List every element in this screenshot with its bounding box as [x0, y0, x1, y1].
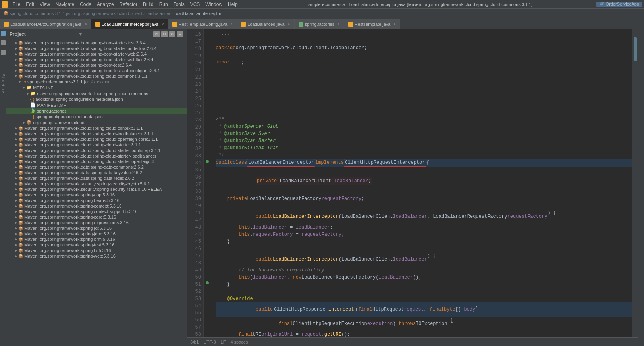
tab-close-auto-config[interactable]: × — [85, 22, 87, 26]
structure-sidebar-icon[interactable] — [1, 50, 6, 55]
breadcrumb-item-client[interactable]: client — [132, 11, 143, 16]
tree-item[interactable]: ▶ 📦 Maven: org.springframework:spring-co… — [6, 214, 187, 220]
tree-item-additional-config[interactable]: { } additional-spring-configuration-meta… — [6, 96, 187, 102]
tree-item[interactable]: ▶ 📦 Maven: org.springframework.boot:spri… — [6, 40, 187, 46]
tree-item[interactable]: ▶ 📦 Maven: org.springframework:spring-ao… — [6, 192, 187, 198]
tree-label: Maven: org.springframework.cloud:spring-… — [24, 148, 161, 153]
tree-label: Maven: org.springframework.boot:spring-b… — [24, 68, 160, 73]
tab-close-interceptor[interactable]: × — [162, 22, 164, 27]
jar-icon: 📦 — [18, 52, 23, 56]
breadcrumb-item-class[interactable]: LoadBalancerInterceptor — [174, 11, 221, 16]
menu-window[interactable]: Window — [203, 1, 225, 8]
tab-interceptor[interactable]: LoadBalancerInterceptor.java × — [91, 19, 168, 29]
tree-item[interactable]: ▶ 📦 Maven: org.springframework.cloud:spr… — [6, 136, 187, 142]
tree-item[interactable]: ▶ 📦 Maven: org.springframework:spring-be… — [6, 198, 187, 203]
menu-build[interactable]: Build — [141, 1, 156, 8]
tree-label: Maven: org.springframework:spring-contex… — [24, 204, 121, 208]
code-line-49 — [216, 288, 632, 295]
menu-navigate[interactable]: Navigate — [53, 1, 77, 8]
menu-help[interactable]: Help — [226, 1, 240, 8]
tree-item[interactable]: ▶ 📦 Maven: org.springframework:spring-tx… — [6, 248, 187, 253]
tab-rest-template[interactable]: RestTemplate.java × — [344, 19, 400, 29]
breadcrumb-item-springframework[interactable]: springframework — [83, 11, 116, 16]
menu-view[interactable]: View — [37, 1, 52, 8]
tree-item[interactable]: ▶ 📦 Maven: org.springframework.data:spri… — [6, 164, 187, 170]
tree-item-jar-root[interactable]: ▼ 🗂 spring-cloud-commons-3.1.1.jar libra… — [6, 79, 187, 85]
code-line-31: * @author Ryan Baxter — [216, 137, 632, 144]
menu-tools[interactable]: Tools — [171, 1, 187, 8]
code-content[interactable]: ... package org.springframework.cloud.cl… — [211, 29, 632, 337]
code-line-44 — [216, 245, 632, 252]
tree-label: additional-spring-configuration-metadata… — [35, 97, 123, 102]
toolbar-hide-btn[interactable]: — — [177, 31, 183, 37]
tab-spring-factories[interactable]: spring.factories × — [295, 19, 344, 29]
menu-bar: File Edit View Navigate Code Analyze Ref… — [0, 0, 644, 9]
tree-item[interactable]: ▶ 📦 Maven: org.springframework.boot:spri… — [6, 51, 187, 57]
tree-item[interactable]: ▶ 📦 Maven: org.springframework.boot:spri… — [6, 57, 187, 62]
tree-label: Maven: org.springframework.boot:spring-b… — [24, 63, 132, 67]
order-service-button[interactable]: 🛒 OrderServiceApp — [596, 2, 642, 7]
tree-item[interactable]: ▶ 📦 Maven: org.springframework:spring-co… — [6, 203, 187, 209]
tree-item-spring-cloud-commons[interactable]: ▼ 📦 Maven: org.springframework.cloud:spr… — [6, 73, 187, 79]
tree-item[interactable]: ▶ 📦 Maven: org.springframework.cloud:spr… — [6, 148, 187, 153]
tree-item-spring-factories[interactable]: 🍃 spring.factories — [6, 108, 187, 114]
tree-item[interactable]: ▶ 📦 Maven: org.springframework.boot:spri… — [6, 62, 187, 68]
jar-icon: 📦 — [18, 58, 23, 62]
toolbar-refresh-btn[interactable]: ⟳ — [153, 31, 160, 37]
tree-item[interactable]: ▶ 📦 Maven: org.springframework:spring-ex… — [6, 220, 187, 225]
tree-item[interactable]: ▶ 📦 Maven: org.springframework:spring-or… — [6, 236, 187, 242]
menu-run[interactable]: Run — [157, 1, 170, 8]
tree-item-org-spring-cloud[interactable]: ▶ 📦 org.springframework.cloud — [6, 119, 187, 125]
menu-vcs[interactable]: VCS — [188, 1, 202, 8]
tab-load-balanced[interactable]: LoadBalanced.java × — [237, 19, 294, 29]
tree-item[interactable]: ▶ 📦 Maven: org.springframework.security:… — [6, 181, 187, 186]
breadcrumb-item-loadbalancer[interactable]: loadbalancer — [145, 11, 170, 16]
code-line-45: public LoadBalancerInterceptor(LoadBalan… — [216, 252, 632, 267]
tab-close-spring-factories[interactable]: × — [337, 22, 340, 26]
menu-code[interactable]: Code — [77, 1, 94, 8]
tree-label: Maven: org.springframework:spring-contex… — [24, 209, 138, 214]
breadcrumb-item-org[interactable]: org — [74, 11, 80, 16]
breadcrumb-item-jar[interactable]: spring-cloud-commons-3.1.1.jar — [10, 11, 71, 16]
tree-item[interactable]: ▶ 📦 Maven: org.springframework.cloud:spr… — [6, 125, 187, 131]
tree-item[interactable]: ▶ 📦 Maven: org.springframework:spring-we… — [6, 253, 187, 259]
scroll-gutter[interactable] — [632, 29, 638, 337]
tab-auto-config[interactable]: LoadBalancerAutoConfiguration.java × — [0, 19, 91, 29]
library-root-label: library root — [91, 80, 109, 84]
tree-item-maven[interactable]: ▶ 📁 maven.org.springframework.cloud.spri… — [6, 90, 187, 96]
tree-item[interactable]: ▶ 📦 Maven: org.springframework.data:spri… — [6, 175, 187, 181]
menu-analyze[interactable]: Analyze — [94, 1, 116, 8]
tab-rest-template-config[interactable]: RestTemplateConfig.java × — [168, 19, 237, 29]
tree-item[interactable]: ▶ 📦 Maven: org.springframework:spring-jd… — [6, 231, 187, 236]
toolbar-collapse-btn[interactable]: ⊟ — [161, 31, 168, 37]
code-line-17 — [216, 37, 632, 44]
bookmark-icon[interactable] — [1, 40, 6, 45]
tab-close-rest-config[interactable]: × — [230, 22, 233, 26]
tree-item[interactable]: ▶ 📦 Maven: org.springframework.security:… — [6, 186, 187, 192]
tree-item[interactable]: ▶ 📦 Maven: org.springframework.boot:spri… — [6, 68, 187, 73]
tree-item[interactable]: ▶ 📦 Maven: org.springframework.cloud:spr… — [6, 142, 187, 148]
tab-icon-rest-template — [348, 22, 353, 27]
tree-item[interactable]: ▶ 📦 Maven: org.springframework:spring-co… — [6, 209, 187, 214]
tree-item[interactable]: ▶ 📦 Maven: org.springframework.cloud:spr… — [6, 131, 187, 136]
tab-close-rest-template[interactable]: × — [393, 22, 396, 26]
code-line-18: package org.springframework.cloud.client… — [216, 44, 632, 52]
tree-item[interactable]: ▶ 📦 Maven: org.springframework.cloud:spr… — [6, 159, 187, 164]
menu-file[interactable]: File — [10, 1, 23, 8]
tree-item[interactable]: ▶ 📦 Maven: org.springframework:spring-te… — [6, 242, 187, 248]
breadcrumb-item-cloud[interactable]: cloud — [119, 11, 129, 16]
menu-edit[interactable]: Edit — [23, 1, 37, 8]
tree-item[interactable]: ▶ 📦 Maven: org.springframework:spring-jc… — [6, 225, 187, 231]
tree-item-manifest[interactable]: 📄 MANIFEST.MF — [6, 102, 187, 108]
project-icon[interactable] — [1, 31, 6, 36]
tree-item-config-metadata[interactable]: { } spring-configuration-metadata.json — [6, 114, 187, 119]
tree-item[interactable]: ▶ 📦 Maven: org.springframework.boot:spri… — [6, 46, 187, 51]
scroll-thumb[interactable] — [634, 37, 637, 61]
tree-item[interactable]: ▶ 📦 Maven: org.springframework.cloud:spr… — [6, 153, 187, 159]
menu-refactor[interactable]: Refactor — [117, 1, 140, 8]
tree-item[interactable]: ▶ 📦 Maven: org.springframework.data:spri… — [6, 170, 187, 175]
toolbar-settings-btn[interactable]: ⚙ — [169, 31, 175, 37]
tree-item-meta-inf[interactable]: ▼ 📁 META-INF — [6, 85, 187, 90]
tab-close-load-balanced[interactable]: × — [288, 22, 290, 26]
code-line-50: @Override — [216, 295, 632, 302]
